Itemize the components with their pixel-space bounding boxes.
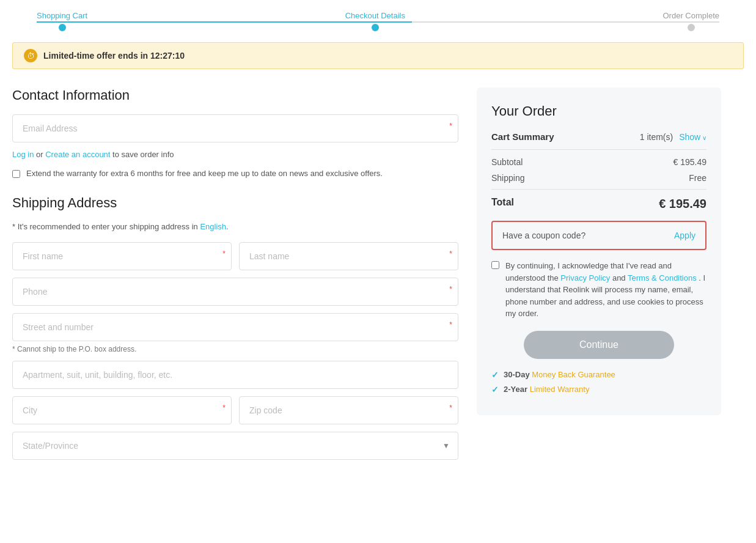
ack-text: By continuing, I acknowledge that I've r… xyxy=(505,260,706,320)
last-name-input[interactable] xyxy=(239,242,458,270)
check-icon-2year: ✓ xyxy=(491,385,499,394)
left-panel: Contact Information * Log in or Create a… xyxy=(12,87,458,467)
step-checkout-details: Checkout Details xyxy=(345,11,405,31)
city-field-wrapper: * xyxy=(12,396,232,424)
guarantee2-prefix: 2-Year Limited Warranty xyxy=(504,385,589,394)
warranty-checkbox[interactable] xyxy=(12,170,20,178)
email-input[interactable] xyxy=(12,114,458,142)
ack-checkbox[interactable] xyxy=(491,261,499,269)
step-label-order-complete: Order Complete xyxy=(663,11,719,20)
login-link[interactable]: Log in xyxy=(12,150,34,159)
step-dot-order-complete xyxy=(688,24,695,31)
contact-info-title: Contact Information xyxy=(12,87,458,103)
last-name-required: * xyxy=(449,249,452,258)
step-dot-shopping-cart xyxy=(59,24,66,31)
street-input[interactable] xyxy=(12,313,458,341)
total-label: Total xyxy=(491,197,514,211)
chevron-down-icon: ∨ xyxy=(700,135,706,141)
guarantee1-prefix: 30-Day Money Back Guarantee xyxy=(504,370,615,379)
state-select[interactable]: State/Province xyxy=(12,432,458,460)
show-link[interactable]: Show ∨ xyxy=(679,132,706,142)
check-icon-30day: ✓ xyxy=(491,370,499,380)
shipping-note-link[interactable]: English xyxy=(200,222,226,231)
terms-link[interactable]: Terms & Conditions xyxy=(628,273,697,283)
shipping-note-prefix: * It's recommended to enter your shippin… xyxy=(12,222,198,231)
login-line: Log in or Create an account to save orde… xyxy=(12,150,458,159)
street-field-wrapper: * xyxy=(12,313,458,341)
show-label: Show xyxy=(679,132,700,142)
first-name-input[interactable] xyxy=(12,242,232,270)
order-title: Your Order xyxy=(491,103,706,119)
zip-required: * xyxy=(449,404,452,412)
timer-icon: ⏱ xyxy=(24,49,37,62)
timer-countdown: 12:27:10 xyxy=(150,51,185,61)
apartment-input[interactable] xyxy=(12,361,458,389)
first-name-required: * xyxy=(222,249,226,258)
warranty-checkbox-line: Extend the warranty for extra 6 months f… xyxy=(12,169,458,178)
privacy-policy-link[interactable]: Privacy Policy xyxy=(560,273,610,283)
shipping-note: * It's recommended to enter your shippin… xyxy=(12,222,458,231)
first-name-field-wrapper: * xyxy=(12,242,232,270)
guarantee-2-year: ✓ 2-Year Limited Warranty xyxy=(491,385,706,394)
login-after: to save order info xyxy=(110,150,174,159)
login-or: or xyxy=(34,150,45,159)
acknowledge-row: By continuing, I acknowledge that I've r… xyxy=(491,260,706,320)
last-name-field-wrapper: * xyxy=(239,242,458,270)
step-label-shopping-cart: Shopping Cart xyxy=(37,11,87,20)
timer-banner: ⏱ Limited-time offer ends in 12:27:10 xyxy=(12,42,744,69)
shipping-label: Shipping xyxy=(491,173,525,183)
city-zip-row: * * xyxy=(12,396,458,424)
phone-field-wrapper: * xyxy=(12,278,458,306)
order-panel: Your Order Cart Summary 1 item(s) Show ∨… xyxy=(477,87,721,415)
shipping-value: Free xyxy=(689,173,706,183)
state-field-wrapper: State/Province ▼ xyxy=(12,432,458,460)
subtotal-row: Subtotal € 195.49 xyxy=(491,157,706,167)
name-row: * * xyxy=(12,242,458,270)
zip-input[interactable] xyxy=(239,396,458,424)
timer-text: Limited-time offer ends in 12:27:10 xyxy=(43,51,185,61)
progress-bar: Shopping Cart Checkout Details Order Com… xyxy=(0,0,756,31)
create-account-link[interactable]: Create an account xyxy=(45,150,110,159)
shipping-row: Shipping Free xyxy=(491,173,706,183)
main-layout: Contact Information * Log in or Create a… xyxy=(0,69,756,479)
step-shopping-cart: Shopping Cart xyxy=(37,11,87,31)
ack-and: and xyxy=(612,273,626,283)
total-row: Total € 195.49 xyxy=(491,189,706,211)
money-back-link[interactable]: Money Back Guarantee xyxy=(532,370,615,379)
warranty-label: Extend the warranty for extra 6 months f… xyxy=(26,169,383,178)
step-order-complete: Order Complete xyxy=(663,11,719,31)
email-field-wrapper: * xyxy=(12,114,458,142)
apartment-field-wrapper xyxy=(12,361,458,389)
step-label-checkout-details: Checkout Details xyxy=(345,11,405,20)
subtotal-label: Subtotal xyxy=(491,157,523,167)
guarantee-30-day: ✓ 30-Day Money Back Guarantee xyxy=(491,370,706,380)
total-value: € 195.49 xyxy=(659,197,706,211)
phone-input[interactable] xyxy=(12,278,458,306)
street-required: * xyxy=(449,320,452,329)
coupon-box[interactable]: Have a coupon code? Apply xyxy=(491,221,706,250)
items-count: 1 item(s) xyxy=(640,132,673,142)
zip-field-wrapper: * xyxy=(239,396,458,424)
limited-warranty-link[interactable]: Limited Warranty xyxy=(530,385,590,394)
cart-summary-row: Cart Summary 1 item(s) Show ∨ xyxy=(491,131,706,150)
subtotal-value: € 195.49 xyxy=(673,157,707,167)
right-panel: Your Order Cart Summary 1 item(s) Show ∨… xyxy=(477,87,721,467)
email-required-star: * xyxy=(449,122,452,130)
step-dot-checkout-details xyxy=(372,24,379,31)
cart-summary-right: 1 item(s) Show ∨ xyxy=(640,132,706,142)
continue-button[interactable]: Continue xyxy=(524,331,674,359)
apply-link[interactable]: Apply xyxy=(674,231,695,240)
city-required: * xyxy=(222,404,226,412)
cart-summary-label: Cart Summary xyxy=(491,131,554,142)
city-input[interactable] xyxy=(12,396,232,424)
progress-steps: Shopping Cart Checkout Details Order Com… xyxy=(37,11,719,31)
shipping-title: Shipping Address xyxy=(12,195,458,211)
po-box-note: * Cannot ship to the P.O. box address. xyxy=(12,345,458,353)
shipping-note-suffix: . xyxy=(226,222,229,231)
coupon-text: Have a coupon code? xyxy=(502,231,585,240)
phone-required: * xyxy=(449,285,452,294)
timer-label: Limited-time offer ends in xyxy=(43,51,148,61)
